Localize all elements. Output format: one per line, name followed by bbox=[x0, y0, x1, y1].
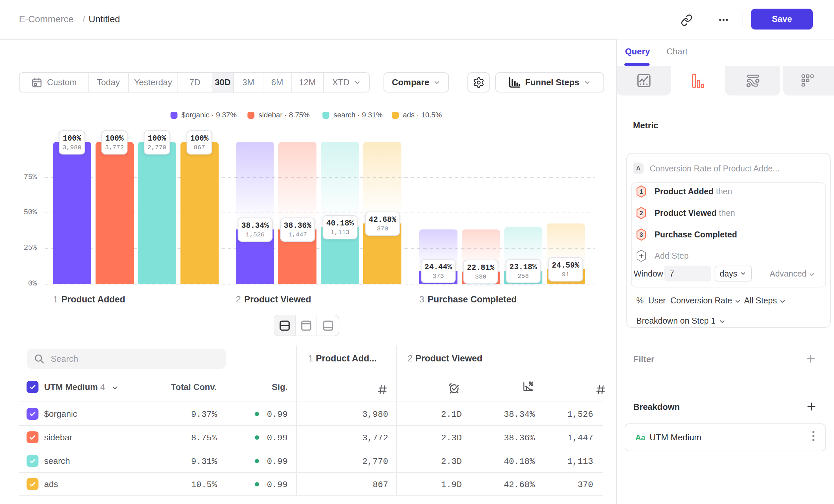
svg-text:3: 3 bbox=[640, 231, 643, 238]
svg-text:2: 2 bbox=[640, 210, 643, 216]
svg-text:1: 1 bbox=[640, 188, 643, 195]
